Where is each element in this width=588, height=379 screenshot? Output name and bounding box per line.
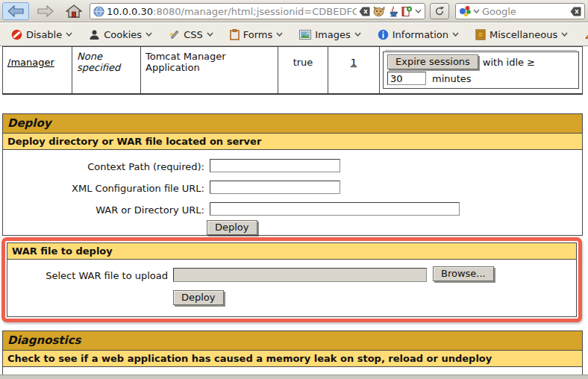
expire-sessions-box: Expire sessions with idle ≥ minutes xyxy=(383,51,579,89)
home-icon xyxy=(66,4,82,18)
xml-config-url-input[interactable] xyxy=(210,181,340,194)
webdev-menu-information[interactable]: Information xyxy=(369,29,467,40)
window-bottom-edge xyxy=(0,375,588,379)
clear-search-icon[interactable] xyxy=(570,7,581,16)
chevron-down-icon xyxy=(452,32,459,37)
diagnostics-section: Diagnostics Check to see if a web applic… xyxy=(2,331,583,379)
app-path-cell: /manager xyxy=(3,47,72,93)
back-button[interactable] xyxy=(2,2,29,20)
webdev-label: Disable xyxy=(26,29,62,40)
back-icon xyxy=(7,5,24,17)
context-path-label: Context Path (required): xyxy=(10,161,204,172)
forms-icon xyxy=(230,29,240,40)
google-logo-icon xyxy=(459,5,471,17)
xml-config-label: XML Configuration file URL: xyxy=(10,183,204,194)
clipped-commands-remnant xyxy=(385,48,577,51)
diagnostics-heading: Check to see if a web application has ca… xyxy=(3,351,582,367)
java-icon[interactable] xyxy=(389,6,398,17)
reload-button[interactable] xyxy=(430,3,449,19)
images-icon xyxy=(299,30,311,40)
app-sessions-cell: 1 xyxy=(328,47,380,93)
webdev-label: CSS xyxy=(184,29,203,40)
sessions-count-link[interactable]: 1 xyxy=(351,57,357,68)
navigation-toolbar: 10.0.0.30:8080/manager/html;jsessionid=C… xyxy=(0,0,588,22)
clear-url-icon[interactable] xyxy=(359,7,370,16)
webdev-label: Information xyxy=(392,29,448,40)
diagnostics-title: Diagnostics xyxy=(3,331,582,351)
webdev-menu-miscellaneous[interactable]: Miscellaneous xyxy=(467,29,576,40)
bookmark-add-icon[interactable] xyxy=(401,6,412,17)
css-icon xyxy=(169,29,180,40)
disable-icon xyxy=(11,29,22,40)
war-url-label: WAR or Directory URL: xyxy=(10,204,204,216)
search-placeholder: Google xyxy=(482,6,516,17)
app-path-link[interactable]: /manager xyxy=(7,57,54,68)
chevron-down-icon xyxy=(354,32,361,37)
search-engine-chevron-icon[interactable] xyxy=(473,9,480,13)
highlight-box: WAR file to deploy Select WAR file to up… xyxy=(1,237,582,322)
browse-button[interactable]: Browse... xyxy=(433,266,494,281)
home-button[interactable] xyxy=(63,2,85,20)
upload-form: Select WAR file to upload Browse... Depl… xyxy=(7,260,576,313)
upload-heading: WAR file to deploy xyxy=(7,243,576,260)
tomcat-icon[interactable] xyxy=(373,6,386,17)
war-file-input[interactable] xyxy=(173,268,427,282)
app-commands-cell: Expire sessions with idle ≥ minutes xyxy=(380,47,582,93)
webdev-menu-disable[interactable]: Disable xyxy=(3,29,81,40)
minutes-label: minutes xyxy=(432,73,472,84)
url-text: 10.0.0.30:8080/manager/html;jsessionid=C… xyxy=(107,6,357,17)
chevron-down-icon xyxy=(66,32,72,37)
idle-minutes-input[interactable] xyxy=(387,72,426,85)
url-bar[interactable]: 10.0.0.30:8080/manager/html;jsessionid=C… xyxy=(90,3,425,19)
webdev-menu-cookies[interactable]: Cookies xyxy=(81,29,160,40)
deploy-server-button[interactable]: Deploy xyxy=(207,220,257,235)
webdev-menu-forms[interactable]: Forms xyxy=(222,29,292,40)
browser-window: 10.0.0.30:8080/manager/html;jsessionid=C… xyxy=(0,0,588,379)
outline-icon xyxy=(584,29,588,40)
url-host: 10.0.0.30 xyxy=(107,6,153,17)
search-box[interactable]: Google xyxy=(455,3,585,19)
webdev-menu-images[interactable]: Images xyxy=(291,29,369,40)
deploy-server-heading: Deploy directory or WAR file located on … xyxy=(3,134,582,150)
upload-section: WAR file to deploy Select WAR file to up… xyxy=(7,242,577,317)
webdev-label: Forms xyxy=(243,29,273,40)
urlbar-dropdown-chevron-icon[interactable] xyxy=(415,9,422,13)
site-favicon-globe-icon xyxy=(93,6,104,17)
webdev-menu-css[interactable]: CSS xyxy=(160,29,222,40)
context-path-input[interactable] xyxy=(210,159,340,172)
miscellaneous-icon xyxy=(475,29,486,40)
chevron-down-icon xyxy=(146,32,152,37)
cookies-icon xyxy=(89,29,100,40)
forward-button[interactable] xyxy=(33,2,58,20)
expire-sessions-button[interactable]: Expire sessions xyxy=(387,54,478,69)
tomcat-manager-page: /manager None specified Tomcat Manager A… xyxy=(0,46,588,379)
app-display-name-cell: Tomcat Manager Application xyxy=(141,47,278,93)
war-directory-url-input[interactable] xyxy=(210,202,460,216)
url-path: :8080/manager/html;jsessionid=CDBEDFC8 xyxy=(153,6,357,17)
webdev-label: Cookies xyxy=(104,29,142,40)
deploy-server-form: Context Path (required): XML Configurati… xyxy=(3,150,582,235)
deploy-section: Deploy Deploy directory or WAR file loca… xyxy=(2,113,583,236)
reload-icon xyxy=(434,6,445,16)
app-version-cell: None specified xyxy=(72,47,141,93)
idle-label: with idle ≥ xyxy=(483,57,535,68)
webdev-label: Images xyxy=(315,29,351,40)
applications-table-row: /manager None specified Tomcat Manager A… xyxy=(2,46,583,95)
forward-icon xyxy=(37,5,54,17)
select-war-label: Select WAR file to upload xyxy=(7,270,168,281)
deploy-upload-button[interactable]: Deploy xyxy=(173,290,224,305)
webdev-menu-outline[interactable]: Outline xyxy=(576,29,588,40)
chevron-down-icon xyxy=(561,32,568,37)
information-icon xyxy=(378,29,389,40)
deploy-section-title: Deploy xyxy=(3,114,582,134)
app-running-cell: true xyxy=(278,47,328,93)
webdev-label: Miscellaneous xyxy=(490,29,557,40)
chevron-down-icon xyxy=(207,32,213,37)
chevron-down-icon xyxy=(276,32,283,37)
web-developer-toolbar: Disable Cookies CSS xyxy=(0,23,588,46)
